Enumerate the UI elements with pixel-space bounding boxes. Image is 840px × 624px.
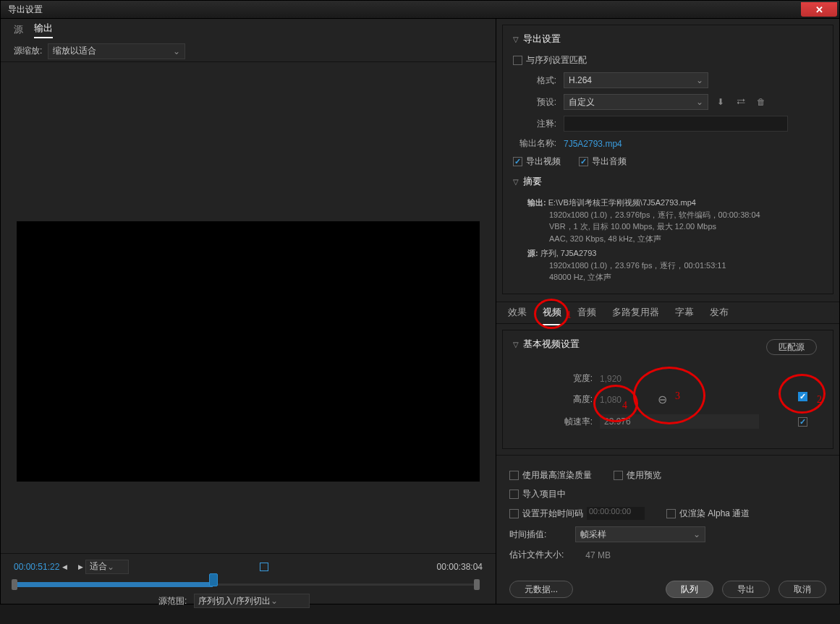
preset-select[interactable]: 自定义 (564, 94, 708, 110)
metadata-button[interactable]: 元数据... (509, 581, 573, 598)
tab-source[interactable]: 源 (14, 23, 23, 36)
preview-panel: 源 输出 源缩放: 缩放以适合 00:00:51:22 适合 (1, 19, 496, 604)
tab-output[interactable]: 输出 (34, 22, 53, 38)
dim-lock-checkbox[interactable] (798, 392, 807, 401)
format-select[interactable]: H.264 (564, 72, 708, 88)
step-fwd-icon[interactable] (75, 562, 85, 572)
chevron-down-icon (693, 529, 700, 539)
alpha-only-checkbox[interactable] (666, 509, 676, 518)
preset-label: 预设: (513, 96, 564, 108)
chevron-down-icon (513, 341, 519, 349)
output-name-link[interactable]: 7J5A2793.mp4 (564, 139, 622, 149)
summary-header[interactable]: 摘要 (513, 175, 823, 188)
queue-button[interactable]: 队列 (666, 581, 713, 598)
time-duration: 00:00:38:04 (437, 562, 483, 572)
max-quality-checkbox[interactable] (509, 471, 519, 480)
tab-audio[interactable]: 音频 (577, 306, 596, 319)
est-size-value: 47 MB (585, 550, 611, 560)
height-value[interactable]: 1,080 (600, 395, 643, 405)
range-select[interactable]: 序列切入/序列切出 (194, 594, 310, 608)
range-label: 源范围: (158, 595, 187, 607)
fit-select[interactable]: 适合 (85, 560, 129, 574)
cancel-button[interactable]: 取消 (779, 581, 826, 598)
step-back-icon[interactable] (59, 562, 69, 572)
chevron-down-icon (271, 596, 278, 606)
height-label: 高度: (513, 393, 600, 406)
chevron-down-icon (696, 75, 703, 85)
zoom-select[interactable]: 缩放以适合 (48, 43, 185, 59)
comment-label: 注释: (513, 118, 564, 130)
annotation-number: 3 (675, 390, 680, 402)
use-preview-checkbox[interactable] (614, 471, 623, 480)
annotation-number: 4 (622, 400, 627, 411)
tab-captions[interactable]: 字幕 (675, 306, 694, 319)
timeline-slider[interactable] (14, 578, 477, 592)
preview-frame (17, 221, 480, 482)
settings-panel: 导出设置 与序列设置匹配 格式: H.264 预设: 自定义 ⬇ (496, 19, 839, 604)
delete-preset-icon[interactable]: 🗑 (753, 94, 769, 110)
time-current[interactable]: 00:00:51:22 (14, 562, 59, 572)
import-project-checkbox[interactable] (509, 490, 519, 499)
import-preset-icon[interactable]: ⮂ (733, 94, 749, 110)
est-size-label: 估计文件大小: (509, 549, 564, 561)
tab-video[interactable]: 视频 (543, 306, 561, 319)
export-button[interactable]: 导出 (722, 581, 770, 598)
link-icon[interactable]: ⊖ (651, 388, 673, 410)
annotation-number: 2 (817, 394, 822, 406)
crop-icon[interactable] (259, 562, 269, 572)
chevron-down-icon (107, 562, 114, 572)
in-point-handle[interactable] (12, 579, 17, 590)
tab-effects[interactable]: 效果 (508, 306, 527, 319)
tab-multiplexer[interactable]: 多路复用器 (612, 306, 659, 319)
timeline: 00:00:51:22 适合 00:00:38:04 (1, 553, 496, 604)
match-sequence-checkbox[interactable] (513, 56, 522, 65)
fps-lock-checkbox[interactable] (798, 417, 807, 427)
format-label: 格式: (513, 74, 564, 87)
comment-input[interactable] (564, 116, 788, 132)
chevron-down-icon (513, 35, 519, 43)
save-preset-icon[interactable]: ⬇ (713, 94, 729, 110)
zoom-label: 源缩放: (14, 45, 42, 57)
timecode-input[interactable]: 00:00:00:00 (587, 507, 645, 520)
interp-label: 时间插值: (509, 529, 546, 541)
fps-value[interactable]: 23.976 (600, 414, 759, 429)
interp-select[interactable]: 帧采样 (575, 526, 705, 542)
export-settings-header[interactable]: 导出设置 (513, 33, 823, 46)
export-audio-checkbox[interactable] (579, 157, 588, 166)
playhead-handle[interactable] (209, 573, 218, 586)
width-label: 宽度: (513, 372, 600, 385)
set-timecode-checkbox[interactable] (509, 509, 519, 518)
titlebar: 导出设置 ✕ (0, 0, 840, 19)
output-name-label: 输出名称: (513, 137, 564, 150)
fps-label: 帧速率: (513, 416, 600, 428)
chevron-down-icon (173, 46, 180, 56)
window-title: 导出设置 (1, 4, 43, 16)
match-source-button[interactable]: 匹配源 (766, 339, 817, 355)
tab-publish[interactable]: 发布 (710, 306, 729, 319)
out-point-handle[interactable] (474, 579, 480, 590)
annotation-number: 1 (567, 309, 572, 321)
chevron-down-icon (696, 97, 703, 107)
match-sequence-label: 与序列设置匹配 (526, 54, 587, 67)
preview-area (1, 62, 496, 553)
width-value[interactable]: 1,920 (600, 374, 643, 384)
export-video-checkbox[interactable] (513, 157, 522, 166)
close-button[interactable]: ✕ (801, 2, 837, 17)
chevron-down-icon (513, 178, 519, 186)
